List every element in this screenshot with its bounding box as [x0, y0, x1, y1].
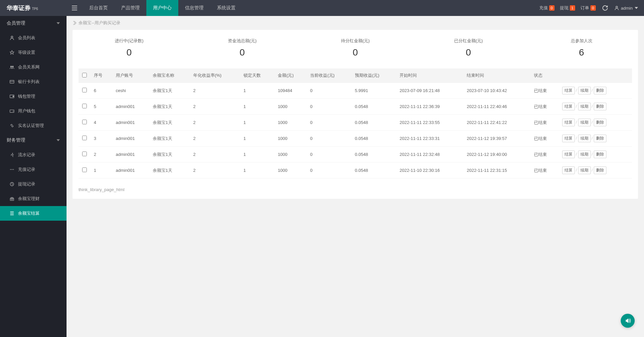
sidebar-item[interactable]: 会员列表 — [0, 31, 67, 45]
svg-rect-6 — [13, 96, 14, 97]
delete-button[interactable]: 删除 — [594, 103, 606, 110]
cell: 2022-11-11 22:33:31 — [396, 131, 463, 147]
cell: 2023-07-09 16:21:48 — [396, 83, 463, 99]
stat-label: 进行中(记录数) — [73, 38, 186, 44]
settle-button[interactable]: 结算 — [562, 103, 575, 110]
sidebar-item-label: 等级设置 — [18, 50, 35, 56]
cell-actions: 结算/续期/删除 — [559, 131, 632, 147]
cell: 已结束 — [531, 83, 559, 99]
stat-label: 待分红金额(元) — [299, 38, 412, 44]
cell: admin001 — [112, 163, 149, 178]
sidebar-group-head[interactable]: 财务管理 — [0, 133, 67, 148]
cell: 余额宝1天 — [149, 131, 190, 147]
renew-button[interactable]: 续期 — [578, 103, 591, 110]
col-header: 用户账号 — [112, 68, 149, 83]
fab-button[interactable] — [621, 314, 635, 328]
sidebar-item[interactable]: 钱包管理 — [0, 89, 67, 104]
renew-button[interactable]: 续期 — [578, 87, 591, 94]
refresh-button[interactable] — [598, 0, 612, 16]
sidebar-item-label: 余额宝结算 — [18, 210, 40, 216]
sidebar-item[interactable]: 充值记录 — [0, 162, 67, 177]
table-row: 1admin001余额宝1天21100000.05482022-11-10 22… — [79, 163, 632, 178]
row-checkbox[interactable] — [82, 136, 87, 140]
row-checkbox[interactable] — [82, 168, 87, 172]
select-all-checkbox[interactable] — [82, 73, 87, 77]
sidebar-item[interactable]: 余额宝理财 — [0, 191, 67, 206]
recharge-link[interactable]: 充值 0 — [537, 0, 557, 16]
order-link[interactable]: 订单 0 — [578, 0, 598, 16]
cell: 2 — [90, 147, 112, 163]
hamburger-icon — [72, 6, 77, 10]
delete-button[interactable]: 删除 — [594, 135, 606, 142]
breadcrumb: 余额宝--用户购买记录 — [67, 16, 644, 30]
topnav-item[interactable]: 信息管理 — [178, 0, 210, 16]
col-header: 金额(元) — [274, 68, 307, 83]
topnav-item[interactable]: 系统设置 — [210, 0, 242, 16]
cell: admin001 — [112, 147, 149, 163]
action-sep: / — [575, 104, 578, 109]
settle-button[interactable]: 结算 — [562, 87, 575, 94]
cell: 2022-11-11 22:32:48 — [396, 147, 463, 163]
stat-block: 已分红金额(元)0 — [412, 38, 525, 58]
row-checkbox[interactable] — [82, 88, 87, 92]
user-menu[interactable]: admin — [612, 0, 641, 16]
delete-button[interactable]: 删除 — [594, 87, 606, 94]
renew-button[interactable]: 续期 — [578, 151, 591, 158]
cell: 2022-11-11 22:40:46 — [463, 99, 531, 115]
svg-point-8 — [13, 111, 13, 111]
cell-actions: 结算/续期/删除 — [559, 83, 632, 99]
pager-text: think_library_page_html — [79, 187, 124, 192]
cell: 余额宝1天 — [149, 115, 190, 131]
cell: 2 — [190, 99, 240, 115]
table-row: 4admin001余额宝1天21100000.05482022-11-11 22… — [79, 115, 632, 131]
sidebar-item[interactable]: 流水记录 — [0, 148, 67, 162]
sidebar-item[interactable]: 银行卡列表 — [0, 74, 67, 89]
sidebar-item-label: 会员关系网 — [18, 64, 40, 70]
sidebar-item[interactable]: 余额宝结算 — [0, 206, 67, 221]
cell: 0 — [307, 83, 351, 99]
topnav-item[interactable]: 产品管理 — [114, 0, 146, 16]
row-checkbox[interactable] — [82, 120, 87, 124]
order-label: 订单 — [580, 5, 589, 11]
sidebar-item-label: 用户钱包 — [18, 108, 35, 114]
sidebar-item[interactable]: 等级设置 — [0, 45, 67, 60]
sidebar-toggle[interactable] — [67, 0, 82, 16]
sidebar-item[interactable]: 实名认证管理 — [0, 118, 67, 133]
withdraw-link[interactable]: 提现 1 — [557, 0, 578, 16]
renew-button[interactable]: 续期 — [578, 119, 591, 126]
action-sep: / — [591, 136, 594, 141]
settle-button[interactable]: 结算 — [562, 151, 575, 158]
renew-button[interactable]: 续期 — [578, 135, 591, 142]
cell: 已结束 — [531, 99, 559, 115]
stat-block: 进行中(记录数)0 — [73, 38, 186, 58]
renew-button[interactable]: 续期 — [578, 167, 591, 174]
row-checkbox[interactable] — [82, 152, 87, 156]
sidebar-group-head[interactable]: 会员管理 — [0, 16, 67, 31]
sidebar-item[interactable]: 提现记录 — [0, 177, 67, 191]
sidebar-item-label: 余额宝理财 — [18, 196, 40, 202]
row-checkbox[interactable] — [82, 104, 87, 108]
sound-icon — [624, 317, 631, 324]
settle-button[interactable]: 结算 — [562, 119, 575, 126]
star-icon — [9, 50, 15, 55]
topnav-item[interactable]: 用户中心 — [146, 0, 178, 16]
cell: 1000 — [274, 147, 307, 163]
dots-icon — [9, 167, 15, 172]
delete-button[interactable]: 删除 — [594, 119, 606, 126]
sidebar-item-label: 流水记录 — [18, 152, 35, 158]
table-row: 3admin001余额宝1天21100000.05482022-11-11 22… — [79, 131, 632, 147]
topnav-item[interactable]: 后台首页 — [82, 0, 114, 16]
settle-button[interactable]: 结算 — [562, 167, 575, 174]
delete-button[interactable]: 删除 — [594, 167, 606, 174]
cell: 1 — [240, 83, 274, 99]
cell: 3 — [90, 131, 112, 147]
cell: 2 — [190, 83, 240, 99]
sidebar-item[interactable]: 用户钱包 — [0, 104, 67, 118]
settle-button[interactable]: 结算 — [562, 135, 575, 142]
stat-value: 6 — [525, 47, 638, 58]
col-header: 结束时间 — [463, 68, 531, 83]
delete-button[interactable]: 删除 — [594, 151, 606, 158]
svg-point-11 — [12, 169, 12, 170]
sidebar-item[interactable]: 会员关系网 — [0, 60, 67, 74]
brand-main: 华泰证券 — [7, 4, 31, 12]
